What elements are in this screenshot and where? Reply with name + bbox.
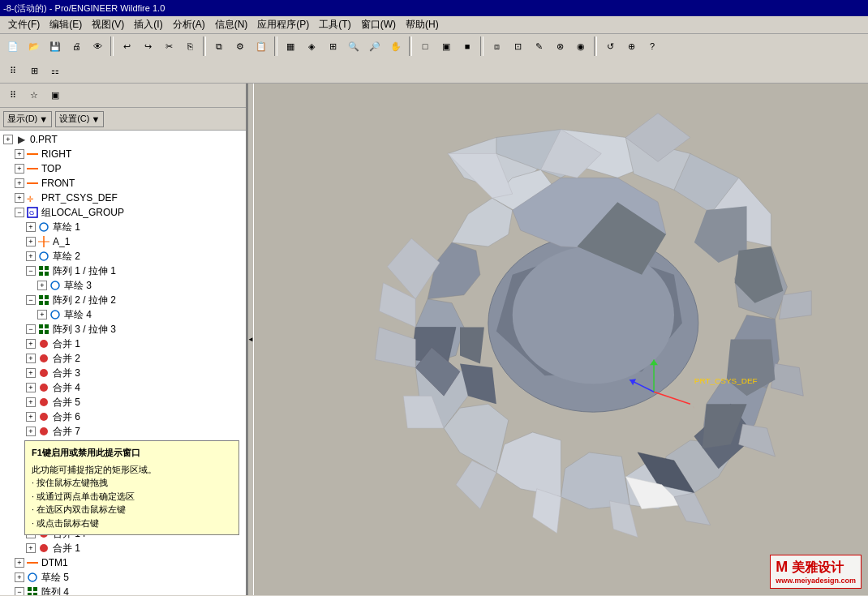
display-dropdown[interactable]: 显示(D) ▼ — [3, 111, 52, 127]
expand-icon-9[interactable]: − — [26, 266, 36, 276]
tree-sketch2[interactable]: +草绘 2 — [0, 249, 246, 264]
pattern-btn[interactable]: ⚏ — [45, 61, 65, 80]
expand-icon-2[interactable]: + — [15, 164, 24, 174]
zoom-out-btn[interactable]: 🔎 — [365, 36, 385, 56]
expand-icon-29[interactable]: + — [15, 558, 24, 568]
view-btn[interactable]: ◉ — [571, 36, 591, 56]
expand-icon-19[interactable]: + — [26, 412, 36, 422]
tree-merge1[interactable]: +合并 1 — [0, 337, 246, 351]
help-btn[interactable]: ? — [642, 36, 662, 56]
expand-icon-13[interactable]: − — [26, 324, 36, 334]
tree-merge5[interactable]: +合并 5 — [0, 395, 246, 409]
expand-icon-4[interactable]: + — [15, 193, 24, 203]
tree-dtm1[interactable]: +DTM1 — [0, 555, 246, 570]
expand-icon-14[interactable]: + — [26, 339, 36, 349]
tree-0prt[interactable]: +▶0.PRT — [0, 132, 246, 147]
expand-icon-16[interactable]: + — [26, 368, 36, 378]
relations-btn[interactable]: ⚙ — [230, 36, 250, 56]
zoom-in-btn[interactable]: 🔍 — [344, 36, 363, 56]
tree-btn2[interactable]: ☆ — [24, 86, 44, 105]
open-btn[interactable]: 📂 — [24, 36, 44, 56]
pan-btn[interactable]: ✋ — [386, 36, 406, 56]
expand-icon-1[interactable]: + — [15, 149, 24, 159]
tree-right[interactable]: +RIGHT — [0, 147, 246, 161]
section-btn[interactable]: ⊗ — [550, 36, 569, 56]
zoom-area-btn[interactable]: ⊞ — [323, 36, 342, 56]
menu-info[interactable]: 信息(N) — [210, 16, 253, 33]
menu-app[interactable]: 应用程序(P) — [252, 16, 314, 33]
copy-btn[interactable]: ⎘ — [180, 36, 200, 56]
expand-icon-30[interactable]: + — [15, 572, 24, 582]
menu-view[interactable]: 视图(V) — [87, 16, 129, 33]
expand-icon-28[interactable]: + — [26, 543, 36, 553]
expand-icon-15[interactable]: + — [26, 354, 36, 363]
tree-top[interactable]: +TOP — [0, 161, 246, 176]
expand-icon-20[interactable]: + — [26, 427, 36, 436]
dynamic-btn[interactable]: ⊕ — [621, 36, 641, 56]
tree-sketch3[interactable]: +草绘 3 — [0, 278, 246, 293]
expand-icon-18[interactable]: + — [26, 397, 36, 407]
tree-sketch1[interactable]: +草绘 1 — [0, 220, 246, 234]
wireframe-btn[interactable]: □ — [415, 36, 435, 56]
tree-front[interactable]: +FRONT — [0, 176, 246, 191]
expand-icon-6[interactable]: + — [26, 222, 36, 232]
display-label: 显示(D) — [7, 113, 37, 125]
tree-merge4[interactable]: +合并 4 — [0, 380, 246, 395]
tree-merge7[interactable]: +合并 7 — [0, 424, 246, 439]
new-btn[interactable]: 📄 — [3, 36, 23, 56]
redo-btn[interactable]: ↪ — [138, 36, 157, 56]
expand-icon-10[interactable]: + — [37, 281, 47, 290]
tree-group[interactable]: −G组LOCAL_GROUP — [0, 205, 246, 220]
expand-icon-3[interactable]: + — [15, 178, 24, 188]
repaint-btn[interactable]: ▦ — [281, 36, 300, 56]
orient-btn[interactable]: ◈ — [302, 36, 321, 56]
tree-merge3[interactable]: +合并 3 — [0, 366, 246, 380]
tree-csys[interactable]: +✛PRT_CSYS_DEF — [0, 191, 246, 205]
tree-array1[interactable]: −阵列 1 / 拉伸 1 — [0, 264, 246, 278]
menu-file[interactable]: 文件(F) — [3, 16, 45, 33]
dim-btn[interactable]: ⊡ — [508, 36, 527, 56]
spin-btn[interactable]: ↺ — [600, 36, 620, 56]
expand-icon-7[interactable]: + — [26, 237, 36, 247]
annotation-btn[interactable]: ✎ — [529, 36, 548, 56]
snap-btn[interactable]: ⊞ — [24, 61, 44, 80]
collapse-handle[interactable]: ◄ — [247, 84, 254, 595]
hidden-btn[interactable]: ▣ — [436, 36, 456, 56]
undo-btn[interactable]: ↩ — [117, 36, 136, 56]
layer-btn[interactable]: ⧈ — [487, 36, 506, 56]
feature-btn[interactable]: ⧉ — [209, 36, 229, 56]
expand-icon-0[interactable]: + — [3, 135, 13, 144]
dotted-btn[interactable]: ⠿ — [3, 61, 23, 80]
settings-dropdown[interactable]: 设置(C) ▼ — [55, 111, 104, 127]
expand-icon-5[interactable]: − — [15, 208, 24, 217]
tree-a1[interactable]: +A_1 — [0, 234, 246, 249]
menu-tools[interactable]: 工具(T) — [314, 16, 355, 33]
menu-analysis[interactable]: 分析(A) — [168, 16, 210, 33]
tree-btn3[interactable]: ▣ — [45, 86, 65, 105]
tree-array3[interactable]: −阵列 3 / 拉伸 3 — [0, 322, 246, 337]
cut-btn[interactable]: ✂ — [159, 36, 178, 56]
param-btn[interactable]: 📋 — [251, 36, 271, 56]
tree-btn1[interactable]: ⠿ — [3, 86, 23, 105]
viewport[interactable]: PRT_CSYS_DEF M 美雅设计 www.meiyadesign.com — [254, 84, 868, 595]
expand-icon-17[interactable]: + — [26, 383, 36, 392]
tree-merge6[interactable]: +合并 6 — [0, 409, 246, 424]
menu-window[interactable]: 窗口(W) — [356, 16, 401, 33]
expand-icon-11[interactable]: − — [26, 295, 36, 305]
tree-merge2[interactable]: +合并 2 — [0, 351, 246, 366]
save-btn[interactable]: 💾 — [45, 36, 65, 56]
shading-btn[interactable]: ■ — [458, 36, 477, 56]
tree-array2[interactable]: −阵列 2 / 拉伸 2 — [0, 293, 246, 307]
tree-merge1b[interactable]: +合并 1 — [0, 541, 246, 555]
expand-icon-12[interactable]: + — [37, 310, 47, 319]
menu-help[interactable]: 帮助(H) — [401, 16, 444, 33]
preview-btn[interactable]: 👁 — [88, 36, 107, 56]
expand-icon-8[interactable]: + — [26, 251, 36, 261]
print-btn[interactable]: 🖨 — [67, 36, 86, 56]
menu-edit[interactable]: 编辑(E) — [45, 16, 87, 33]
expand-icon-31[interactable]: − — [15, 587, 24, 595]
menu-insert[interactable]: 插入(I) — [129, 16, 167, 33]
tree-array4[interactable]: −阵列 4 — [0, 585, 246, 595]
tree-sketch5[interactable]: +草绘 5 — [0, 570, 246, 585]
tree-sketch4[interactable]: +草绘 4 — [0, 307, 246, 322]
